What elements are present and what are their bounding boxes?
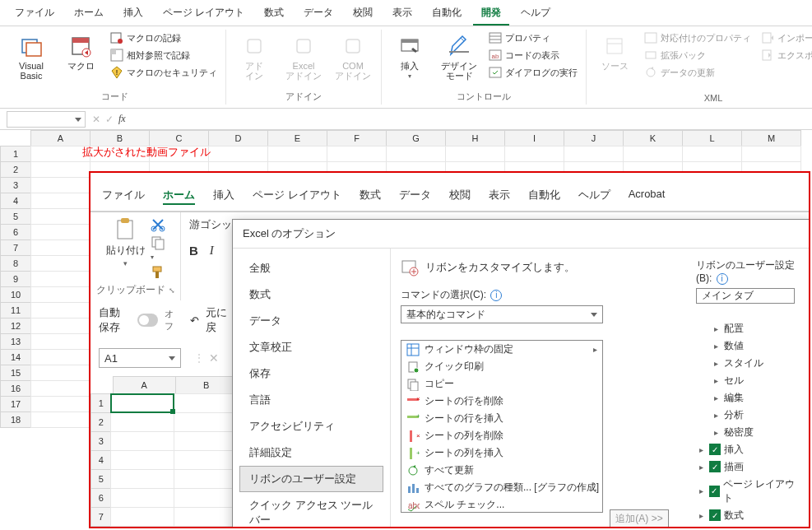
- undo-button[interactable]: ↶: [190, 314, 199, 327]
- visual-basic-button[interactable]: Visual Basic: [8, 30, 54, 84]
- column-header[interactable]: B: [90, 130, 150, 146]
- inset-tab-ホーム[interactable]: ホーム: [158, 184, 200, 206]
- inset-tab-表示[interactable]: 表示: [484, 184, 515, 206]
- inset-tab-ファイル[interactable]: ファイル: [97, 184, 150, 206]
- tab-数式[interactable]: 数式: [256, 2, 292, 26]
- inset-tab-校閲[interactable]: 校閲: [444, 184, 476, 206]
- column-header[interactable]: D: [208, 130, 268, 146]
- cell[interactable]: [623, 146, 683, 162]
- tab-表示[interactable]: 表示: [384, 2, 420, 26]
- column-header[interactable]: M: [741, 130, 801, 146]
- column-header[interactable]: I: [504, 130, 564, 146]
- inset-cell[interactable]: [110, 507, 174, 527]
- inset-cell[interactable]: [110, 450, 174, 470]
- cell[interactable]: [30, 411, 90, 428]
- tree-item[interactable]: ▸分析: [696, 407, 803, 424]
- inset-tab-データ[interactable]: データ: [394, 184, 436, 206]
- inset-name-box[interactable]: A1: [99, 348, 181, 368]
- row-header[interactable]: 17: [0, 396, 31, 412]
- macros-button[interactable]: マクロ: [58, 30, 104, 74]
- inset-cell[interactable]: [174, 488, 238, 508]
- add-button[interactable]: 追加(A) >>: [610, 509, 669, 528]
- inset-tab-ページ レイアウト[interactable]: ページ レイアウト: [248, 184, 346, 206]
- row-header[interactable]: 14: [0, 349, 31, 365]
- options-nav-item[interactable]: 全般: [233, 255, 390, 281]
- inset-row-header[interactable]: 3: [90, 431, 111, 451]
- cell[interactable]: [30, 239, 90, 256]
- tab-校閲[interactable]: 校閲: [345, 2, 381, 26]
- expansion-button[interactable]: 拡張パック: [641, 47, 754, 63]
- inset-cell[interactable]: [110, 412, 174, 432]
- inset-cell[interactable]: [174, 507, 238, 527]
- inset-tab-ヘルプ[interactable]: ヘルプ: [573, 184, 615, 206]
- tab-挿入[interactable]: 挿入: [115, 2, 151, 26]
- ribbon-tree[interactable]: ▸配置▸数値▸スタイル▸セル▸編集▸分析▸秘密度▸✓挿入▸✓描画▸✓ページ レイ…: [696, 320, 803, 524]
- cell[interactable]: [30, 224, 90, 240]
- inset-row-header[interactable]: 6: [90, 488, 111, 508]
- tree-item[interactable]: ▸スタイル: [696, 355, 803, 372]
- inset-cancel-icon[interactable]: ✕: [209, 351, 219, 365]
- command-item[interactable]: ×シートの行を削除: [401, 393, 602, 410]
- column-header[interactable]: E: [267, 130, 327, 146]
- options-nav-item[interactable]: 文章校正: [233, 334, 390, 360]
- cell[interactable]: [30, 349, 90, 365]
- cell[interactable]: [267, 146, 327, 162]
- tab-ホーム[interactable]: ホーム: [66, 2, 112, 26]
- name-box[interactable]: [7, 111, 86, 128]
- row-header[interactable]: 7: [0, 239, 31, 256]
- cell[interactable]: [30, 365, 90, 381]
- tab-データ[interactable]: データ: [295, 2, 341, 26]
- inset-cell[interactable]: [174, 393, 238, 413]
- cell[interactable]: [741, 146, 801, 162]
- row-header[interactable]: 4: [0, 193, 31, 209]
- options-nav-item[interactable]: 言語: [233, 387, 390, 413]
- ribbon-target-select[interactable]: メイン タブ: [696, 288, 795, 304]
- bold-button[interactable]: B: [189, 244, 198, 258]
- tree-item-checked[interactable]: ▸✓描画: [696, 458, 803, 476]
- record-macro-button[interactable]: マクロの記録: [107, 30, 220, 46]
- enter-icon[interactable]: ✓: [105, 114, 114, 125]
- command-item[interactable]: クイック印刷: [401, 358, 602, 375]
- inset-row-header[interactable]: 7: [90, 507, 111, 527]
- column-header[interactable]: G: [386, 130, 446, 146]
- cell[interactable]: [30, 333, 90, 350]
- command-item[interactable]: abcスペル チェック...: [401, 496, 602, 513]
- row-header[interactable]: 6: [0, 224, 31, 240]
- row-header[interactable]: 18: [0, 411, 31, 428]
- export-button[interactable]: エクスポート: [758, 47, 812, 63]
- column-header[interactable]: A: [30, 130, 90, 146]
- inset-cell[interactable]: [174, 431, 238, 451]
- addin-button[interactable]: アド イン: [231, 30, 277, 84]
- chevron-down-icon[interactable]: ▾: [123, 259, 128, 267]
- options-nav-item[interactable]: リボンのユーザー設定: [239, 466, 383, 492]
- design-mode-button[interactable]: デザイン モード: [436, 30, 482, 84]
- cell[interactable]: [30, 380, 90, 397]
- autosave-toggle[interactable]: [137, 314, 158, 327]
- checkbox-checked-icon[interactable]: ✓: [709, 486, 720, 497]
- insert-control-button[interactable]: 挿入 ▾: [387, 30, 433, 83]
- row-header[interactable]: 12: [0, 318, 31, 334]
- cell[interactable]: [30, 286, 90, 303]
- cell[interactable]: [445, 146, 505, 162]
- properties-button[interactable]: プロパティ: [485, 30, 581, 46]
- copy-icon[interactable]: ▾: [151, 235, 165, 262]
- inset-column-header[interactable]: B: [175, 376, 239, 394]
- inset-cell[interactable]: [110, 469, 174, 489]
- column-header[interactable]: F: [327, 130, 387, 146]
- tab-ページ レイアウト[interactable]: ページ レイアウト: [155, 2, 253, 26]
- inset-row-header[interactable]: 2: [90, 412, 111, 432]
- info-icon[interactable]: i: [717, 273, 728, 285]
- inset-row-header[interactable]: 5: [90, 469, 111, 489]
- row-header[interactable]: 3: [0, 177, 31, 193]
- macro-security-button[interactable]: ! マクロのセキュリティ: [107, 64, 220, 81]
- cell[interactable]: [564, 146, 624, 162]
- cell[interactable]: [30, 193, 90, 209]
- cut-icon[interactable]: [151, 217, 165, 232]
- options-nav-item[interactable]: データ: [233, 308, 390, 334]
- inset-row-header[interactable]: 4: [90, 450, 111, 470]
- cell[interactable]: [30, 255, 90, 272]
- cell[interactable]: [386, 146, 446, 162]
- command-list[interactable]: ウィンドウ枠の固定▸クイック印刷コピー×シートの行を削除+シートの行を挿入×シー…: [401, 340, 603, 513]
- tree-item[interactable]: ▸配置: [696, 320, 803, 337]
- tab-ヘルプ[interactable]: ヘルプ: [513, 2, 559, 26]
